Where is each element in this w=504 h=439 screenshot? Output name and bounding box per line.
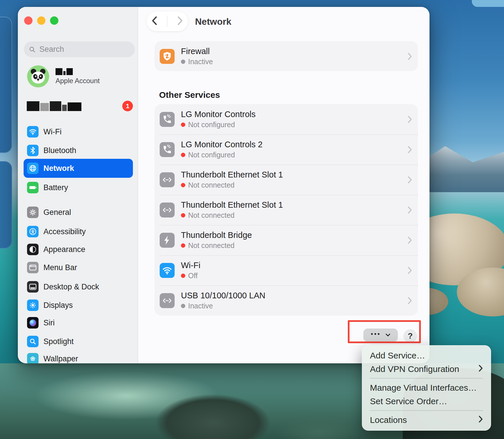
- service-title: Thunderbolt Ethernet Slot 1: [181, 200, 401, 210]
- chevron-right-icon: [407, 297, 412, 305]
- menu-divider: [370, 410, 483, 411]
- sidebar-item-spotlight[interactable]: Spotlight: [24, 333, 133, 350]
- sidebar-item-label: Wallpaper: [43, 354, 78, 363]
- service-title: USB 10/100/1000 LAN: [181, 291, 401, 300]
- sidebar-item-wallpaper[interactable]: Wallpaper: [24, 350, 133, 363]
- service-title: Wi-Fi: [181, 261, 401, 270]
- navigation-pill: [147, 12, 188, 31]
- sidebar-item-label: Accessibility: [43, 227, 86, 236]
- submenu-chevron-icon: [478, 364, 483, 374]
- ethernet-icon: [160, 172, 175, 187]
- firewall-card[interactable]: FirewallInactive: [154, 41, 418, 71]
- ethernet-icon: [160, 203, 175, 217]
- redacted-name: [27, 101, 81, 111]
- sidebar-item-family-member[interactable]: [27, 101, 81, 112]
- chevron-right-icon: [407, 266, 412, 274]
- divider: [167, 16, 167, 27]
- sidebar-item-siri[interactable]: Siri: [24, 314, 133, 331]
- service-row[interactable]: FirewallInactive: [154, 41, 418, 71]
- apple-account-label: Apple Account: [56, 77, 100, 85]
- sidebar-item-menu-bar[interactable]: Menu Bar: [24, 259, 133, 276]
- system-settings-window: Search: [18, 7, 429, 363]
- sidebar-item-label: Spotlight: [43, 337, 74, 346]
- appearance-icon: [27, 244, 39, 255]
- section-title: Other Services: [159, 90, 220, 100]
- search-input[interactable]: Search: [24, 41, 135, 57]
- menu-item-label: Add Service…: [370, 351, 425, 360]
- sidebar-item-appearance[interactable]: Appearance: [24, 241, 133, 258]
- service-title: LG Monitor Controls 2: [181, 140, 401, 149]
- close-button[interactable]: [24, 16, 33, 25]
- avatar: [27, 65, 49, 87]
- service-row[interactable]: Thunderbolt BridgeNot connected: [154, 225, 418, 255]
- spotlight-icon: [27, 336, 39, 347]
- bluetooth-icon: [27, 145, 39, 156]
- siri-icon: [27, 317, 39, 329]
- minimize-button[interactable]: [37, 16, 45, 25]
- menu-item-set-service-order[interactable]: Set Service Order…: [362, 394, 491, 408]
- sidebar-item-apple-account[interactable]: Apple Account: [27, 65, 100, 87]
- sidebar-item-label: Menu Bar: [43, 263, 77, 272]
- service-title: LG Monitor Controls: [181, 110, 401, 119]
- menu-item-manage-virtual-interfaces[interactable]: Manage Virtual Interfaces…: [362, 381, 491, 394]
- service-title: Firewall: [181, 47, 401, 56]
- status-dot: [181, 60, 185, 64]
- service-status: Not connected: [181, 211, 401, 220]
- notification-badge: 1: [122, 101, 133, 111]
- menu-item-label: Manage Virtual Interfaces…: [370, 383, 477, 393]
- ethernet-icon: [160, 293, 175, 308]
- sidebar-item-label: Siri: [43, 318, 55, 327]
- service-row[interactable]: Wi-FiOff: [154, 255, 418, 285]
- sidebar-item-accessibility[interactable]: Accessibility: [24, 223, 133, 240]
- forward-button[interactable]: [177, 16, 183, 27]
- service-row[interactable]: LG Monitor Controls 2Not configured: [154, 134, 418, 165]
- sidebar-item-network[interactable]: Network: [24, 159, 133, 178]
- service-status: Not configured: [181, 121, 401, 129]
- battery-icon: [27, 182, 39, 193]
- service-title: Thunderbolt Bridge: [181, 230, 401, 240]
- menu-item-add-vpn-configuration[interactable]: Add VPN Configuration: [362, 362, 491, 376]
- service-status: Off: [181, 272, 401, 280]
- chevron-right-icon: [407, 206, 412, 214]
- desktopdock-icon: [27, 281, 39, 293]
- service-status: Not connected: [181, 241, 401, 250]
- sidebar-item-general[interactable]: General: [24, 204, 133, 221]
- service-status: Inactive: [181, 58, 401, 66]
- service-status: Not connected: [181, 181, 401, 189]
- menu-item-locations[interactable]: Locations: [362, 413, 491, 427]
- menubar-icon: [27, 262, 39, 273]
- sidebar-item-bluetooth[interactable]: Bluetooth: [24, 142, 133, 159]
- service-row[interactable]: LG Monitor ControlsNot configured: [154, 104, 418, 134]
- chevron-right-icon: [407, 236, 412, 244]
- status-dot: [181, 274, 185, 278]
- sidebar-item-displays[interactable]: Displays: [24, 297, 133, 314]
- annotation-highlight-box: [348, 320, 421, 343]
- chevron-right-icon: [407, 115, 412, 123]
- search-placeholder: Search: [39, 45, 64, 54]
- menu-item-label: Add VPN Configuration: [370, 364, 459, 374]
- status-dot: [181, 213, 185, 217]
- sidebar: Search: [18, 7, 138, 363]
- service-row[interactable]: Thunderbolt Ethernet Slot 1Not connected: [154, 195, 418, 225]
- service-row[interactable]: USB 10/100/1000 LANInactive: [154, 285, 418, 316]
- context-menu: Add Service…Add VPN ConfigurationManage …: [362, 345, 491, 431]
- sidebar-item-desktop-dock[interactable]: Desktop & Dock: [24, 278, 133, 295]
- phone-icon: [160, 142, 175, 157]
- sidebar-item-battery[interactable]: Battery: [24, 179, 133, 196]
- back-button[interactable]: [151, 16, 158, 27]
- background-window-edge: [0, 17, 12, 153]
- zoom-button[interactable]: [50, 16, 58, 25]
- service-row[interactable]: Thunderbolt Ethernet Slot 1Not connected: [154, 165, 418, 195]
- gear-icon: [27, 207, 39, 218]
- page-title: Network: [195, 16, 231, 27]
- service-status: Not configured: [181, 151, 401, 159]
- status-dot: [181, 123, 185, 127]
- background-window-edge: [0, 161, 12, 249]
- chevron-right-icon: [407, 146, 412, 154]
- wallpaper-detail: [472, 0, 504, 7]
- menu-item-add-service[interactable]: Add Service…: [362, 349, 491, 362]
- sidebar-item-label: Appearance: [43, 245, 85, 254]
- status-dot: [181, 243, 185, 248]
- status-dot: [181, 304, 185, 308]
- sidebar-item-wi-fi[interactable]: Wi-Fi: [24, 123, 133, 140]
